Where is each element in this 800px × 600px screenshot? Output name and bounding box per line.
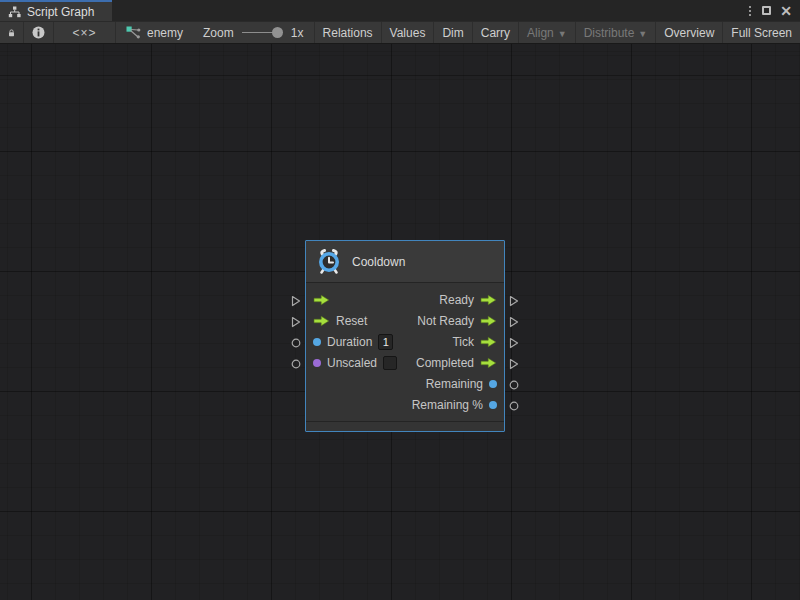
dim-button[interactable]: Dim xyxy=(433,22,471,43)
port-label: Not Ready xyxy=(417,314,474,328)
port-row: Ready xyxy=(306,289,504,310)
graph-toolbar: <×> enemy Zoom 1x Relations Values Dim C… xyxy=(0,21,800,44)
breadcrumb-root-enemy[interactable]: enemy xyxy=(116,22,193,43)
port-label: Remaining xyxy=(426,377,483,391)
flow-input-port[interactable] xyxy=(290,290,302,311)
lock-button[interactable] xyxy=(0,22,24,43)
flow-input-reset[interactable]: Reset xyxy=(313,314,367,328)
zoom-control: Zoom 1x xyxy=(193,22,314,43)
alarm-clock-icon xyxy=(316,249,342,275)
chevron-down-icon: ▼ xyxy=(638,29,647,39)
node-body: Ready Reset Not Ready xyxy=(306,283,504,421)
port-label: Reset xyxy=(336,314,367,328)
lock-icon xyxy=(8,27,15,39)
flow-arrow-icon xyxy=(480,336,497,348)
node-header[interactable]: Cooldown xyxy=(306,241,504,283)
port-label: Unscaled xyxy=(327,356,377,370)
value-output-port[interactable] xyxy=(508,374,520,395)
value-output-port[interactable] xyxy=(508,395,520,416)
flow-arrow-icon xyxy=(480,294,497,306)
align-button[interactable]: Align ▼ xyxy=(518,22,575,43)
code-preview-button[interactable]: <×> xyxy=(54,22,116,43)
carry-button[interactable]: Carry xyxy=(472,22,518,43)
zoom-level: 1x xyxy=(291,26,304,40)
flow-arrow-icon xyxy=(313,294,330,306)
tab-script-graph[interactable]: Script Graph xyxy=(0,0,112,21)
values-label: Values xyxy=(390,26,426,40)
flow-output-ready[interactable]: Ready xyxy=(439,293,497,307)
value-output-remaining-pct[interactable]: Remaining % xyxy=(412,398,497,412)
value-input-unscaled[interactable]: Unscaled xyxy=(313,356,397,370)
flow-output-completed[interactable]: Completed xyxy=(416,356,497,370)
distribute-label: Distribute xyxy=(584,26,635,40)
relations-button[interactable]: Relations xyxy=(314,22,381,43)
node-footer xyxy=(306,421,504,431)
flow-output-tick[interactable]: Tick xyxy=(452,335,497,349)
flow-arrow-icon xyxy=(313,315,330,327)
value-output-remaining[interactable]: Remaining xyxy=(426,377,497,391)
port-label: Duration xyxy=(327,335,372,349)
flow-input-port[interactable] xyxy=(290,311,302,332)
flow-arrow-icon xyxy=(480,315,497,327)
close-icon[interactable]: ✕ xyxy=(780,4,792,18)
value-port-dot xyxy=(489,401,497,409)
port-row: Remaining % xyxy=(306,394,504,415)
carry-label: Carry xyxy=(481,26,510,40)
flow-output-port[interactable] xyxy=(508,353,520,374)
dim-label: Dim xyxy=(442,26,463,40)
flow-output-port[interactable] xyxy=(508,332,520,353)
graph-hierarchy-icon xyxy=(8,6,21,18)
port-row: Unscaled Completed xyxy=(306,352,504,373)
flow-arrow-icon xyxy=(480,357,497,369)
port-row: Reset Not Ready xyxy=(306,310,504,331)
info-icon xyxy=(32,26,45,39)
values-button[interactable]: Values xyxy=(381,22,434,43)
port-label: Tick xyxy=(452,335,474,349)
value-port-dot xyxy=(313,359,321,367)
tab-label: Script Graph xyxy=(27,5,94,19)
node-title: Cooldown xyxy=(352,255,405,269)
graph-node-icon xyxy=(126,26,141,39)
relations-label: Relations xyxy=(323,26,373,40)
overview-label: Overview xyxy=(664,26,714,40)
port-label: Remaining % xyxy=(412,398,483,412)
breadcrumb-label: enemy xyxy=(147,26,183,40)
value-port-dot xyxy=(313,338,321,346)
window-controls: ✕ xyxy=(747,0,800,21)
maximize-icon[interactable] xyxy=(762,6,771,15)
value-input-port[interactable] xyxy=(290,353,302,374)
zoom-slider[interactable] xyxy=(242,27,283,38)
unscaled-checkbox[interactable] xyxy=(383,356,397,370)
titlebar: Script Graph ✕ xyxy=(0,0,800,21)
info-button[interactable] xyxy=(24,22,54,43)
value-input-duration[interactable]: Duration 1 xyxy=(313,334,393,350)
graph-canvas[interactable]: Cooldown Ready Reset xyxy=(0,44,800,600)
align-label: Align xyxy=(527,26,554,40)
port-label: Completed xyxy=(416,356,474,370)
external-input-ports xyxy=(290,290,302,374)
port-row: Duration 1 Tick xyxy=(306,331,504,352)
value-port-dot xyxy=(489,380,497,388)
zoom-label: Zoom xyxy=(203,26,234,40)
cooldown-node[interactable]: Cooldown Ready Reset xyxy=(305,240,505,432)
flow-output-port[interactable] xyxy=(508,290,520,311)
port-row: Remaining xyxy=(306,373,504,394)
external-output-ports xyxy=(508,290,520,416)
flow-output-not-ready[interactable]: Not Ready xyxy=(417,314,497,328)
zoom-slider-handle[interactable] xyxy=(272,27,283,38)
flow-output-port[interactable] xyxy=(508,311,520,332)
full-screen-button[interactable]: Full Screen xyxy=(722,22,800,43)
chevron-down-icon: ▼ xyxy=(558,29,567,39)
window-menu-icon[interactable] xyxy=(747,4,753,18)
code-preview-label: <×> xyxy=(72,26,96,40)
port-label: Ready xyxy=(439,293,474,307)
value-input-port[interactable] xyxy=(290,332,302,353)
duration-value-field[interactable]: 1 xyxy=(378,334,393,350)
full-screen-label: Full Screen xyxy=(731,26,792,40)
script-graph-window: Script Graph ✕ <×> xyxy=(0,0,800,600)
overview-button[interactable]: Overview xyxy=(655,22,722,43)
distribute-button[interactable]: Distribute ▼ xyxy=(575,22,656,43)
flow-input-invoke[interactable] xyxy=(313,294,330,306)
